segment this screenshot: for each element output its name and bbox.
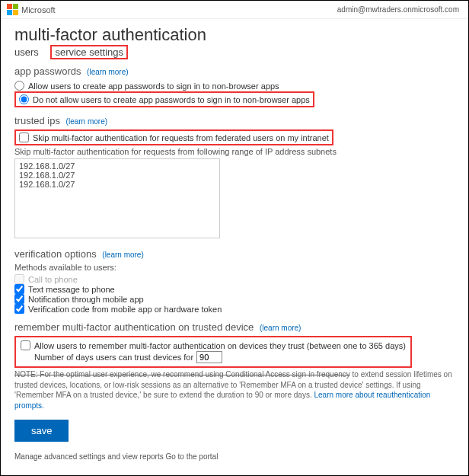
app-notify-label: Notification through mobile app (28, 295, 144, 304)
remember-allow-label: Allow users to remember multi-factor aut… (34, 341, 406, 350)
remember-learn-link[interactable]: (learn more) (260, 324, 301, 332)
page-title: multi-factor authentication (14, 25, 455, 45)
call-label: Call to phone (28, 275, 78, 284)
radio-allow-app-passwords[interactable]: Allow users to create app passwords to s… (14, 80, 455, 91)
radio-allow-label: Allow users to create app passwords to s… (28, 81, 279, 91)
skip-federated-label: Skip multi-factor authentication for req… (33, 133, 329, 142)
days-label: Number of days users can trust devices f… (34, 353, 193, 362)
checkbox-app-code[interactable]: Verification code from mobile app or har… (14, 304, 455, 314)
footer-cutoff: Manage advanced settings and view report… (14, 452, 455, 461)
remember-heading: remember multi-factor authentication on … (14, 321, 254, 333)
trusted-ips-heading: trusted ips (14, 115, 60, 126)
remember-note: NOTE: For the optimal user experience, w… (14, 369, 455, 411)
text-label: Text message to phone (28, 285, 115, 294)
days-input[interactable] (196, 351, 222, 363)
admin-account: admin@mwtraders.onmicrosoft.com (337, 5, 459, 14)
checkbox-text-to-phone[interactable]: Text message to phone (14, 284, 455, 294)
save-button[interactable]: save (14, 420, 69, 442)
app-passwords-heading: app passwords (14, 65, 81, 77)
tabs: users service settings (14, 46, 455, 58)
checkbox-call-to-phone[interactable]: Call to phone (14, 274, 455, 284)
tab-users[interactable]: users (14, 46, 39, 58)
checkbox-app-notification[interactable]: Notification through mobile app (14, 294, 455, 304)
trusted-ips-learn-link[interactable]: (learn more) (66, 117, 107, 126)
app-code-label: Verification code from mobile app or har… (28, 305, 222, 314)
verification-heading: verification options (14, 248, 97, 260)
methods-label: Methods available to users: (14, 263, 455, 272)
checkbox-remember-mfa[interactable]: Allow users to remember multi-factor aut… (21, 340, 406, 351)
verification-learn-link[interactable]: (learn more) (102, 251, 143, 259)
tab-service-settings[interactable]: service settings (50, 45, 128, 59)
app-passwords-learn-link[interactable]: (learn more) (87, 68, 128, 76)
brand-label: Microsoft (21, 5, 56, 14)
checkbox-skip-federated[interactable]: Skip multi-factor authentication for req… (19, 132, 329, 143)
radio-deny-label: Do not allow users to create app passwor… (33, 95, 310, 104)
radio-deny-app-passwords[interactable]: Do not allow users to create app passwor… (19, 94, 310, 105)
microsoft-logo: Microsoft (7, 4, 56, 15)
ip-range-label: Skip multi-factor authentication for req… (14, 147, 455, 156)
ip-range-textarea[interactable] (14, 158, 220, 238)
